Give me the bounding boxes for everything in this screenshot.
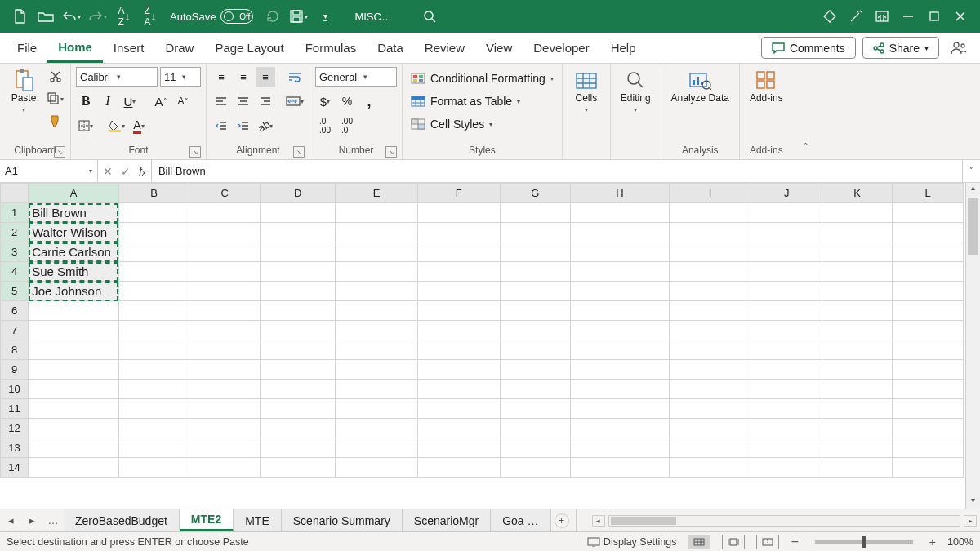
cell[interactable] <box>336 458 418 478</box>
cell[interactable] <box>751 360 822 380</box>
fill-color-icon[interactable]: ▾ <box>107 116 127 136</box>
cell[interactable] <box>669 321 751 340</box>
row-header[interactable]: 4 <box>1 262 29 282</box>
cell[interactable] <box>669 282 751 301</box>
cell[interactable] <box>893 419 964 438</box>
cell-styles-button[interactable]: Cell Styles ▾ <box>408 116 557 132</box>
col-header[interactable]: F <box>417 184 500 203</box>
cell[interactable] <box>571 419 670 438</box>
cell[interactable] <box>189 242 261 262</box>
format-painter-icon[interactable] <box>46 111 65 131</box>
align-bottom-icon[interactable]: ≡ <box>256 67 275 87</box>
row-header[interactable]: 11 <box>1 399 29 419</box>
ribbon-mode-icon[interactable] <box>869 3 895 29</box>
tab-page-layout[interactable]: Page Layout <box>204 33 294 63</box>
format-as-table-button[interactable]: Format as Table ▾ <box>408 93 557 109</box>
grid[interactable]: ABCDEFGHIJKL1Bill Brown2Walter Wilson3Ca… <box>0 183 964 478</box>
cell[interactable] <box>417 301 500 321</box>
tab-data[interactable]: Data <box>367 33 414 63</box>
addins-button[interactable]: Add-ins <box>745 67 788 105</box>
undo-icon[interactable]: ▾ <box>59 3 85 29</box>
cell[interactable] <box>669 399 751 419</box>
cell[interactable] <box>189 458 261 478</box>
cell[interactable] <box>189 360 261 380</box>
sheet-tab[interactable]: MTE2 <box>180 509 234 531</box>
cell[interactable]: Joe Johnson <box>29 282 119 301</box>
tab-developer[interactable]: Developer <box>523 33 599 63</box>
cell[interactable] <box>417 340 500 360</box>
search-icon[interactable] <box>416 3 443 29</box>
cell[interactable] <box>260 419 336 438</box>
cell[interactable] <box>29 340 119 360</box>
cell[interactable] <box>260 242 336 262</box>
sheet-tab[interactable]: ZeroBasedBudget <box>64 509 180 531</box>
cell[interactable] <box>751 399 822 419</box>
cell[interactable] <box>118 301 189 321</box>
normal-view-icon[interactable] <box>688 535 710 549</box>
cell[interactable] <box>571 360 670 380</box>
cell[interactable] <box>118 380 189 399</box>
cell[interactable] <box>29 458 119 478</box>
cell[interactable] <box>260 282 336 301</box>
collapse-ribbon-icon[interactable]: ˄ <box>793 64 819 159</box>
cell[interactable] <box>893 282 964 301</box>
cell[interactable] <box>571 262 670 282</box>
cell[interactable] <box>118 321 189 340</box>
font-name-dropdown[interactable]: Calibri <box>76 67 158 87</box>
cell[interactable] <box>417 380 500 399</box>
merge-icon[interactable]: ▾ <box>285 91 305 111</box>
cell[interactable] <box>893 262 964 282</box>
cell[interactable] <box>822 380 893 399</box>
col-header[interactable]: G <box>500 184 571 203</box>
conditional-formatting-button[interactable]: Conditional Formatting ▾ <box>408 70 557 87</box>
cell[interactable] <box>260 301 336 321</box>
row-header[interactable]: 3 <box>1 242 29 262</box>
cell[interactable] <box>118 399 189 419</box>
cell[interactable] <box>260 321 336 340</box>
comments-button[interactable]: Comments <box>761 37 856 59</box>
cell[interactable] <box>260 399 336 419</box>
cell[interactable] <box>669 380 751 399</box>
save-icon[interactable]: ▾ <box>286 3 312 29</box>
cell[interactable] <box>189 340 261 360</box>
editing-button[interactable]: Editing▾ <box>616 67 656 116</box>
cell[interactable] <box>500 380 571 399</box>
cell[interactable] <box>893 360 964 380</box>
cell[interactable] <box>118 458 189 478</box>
cell[interactable] <box>500 223 571 242</box>
tab-file[interactable]: File <box>7 33 47 63</box>
col-header[interactable]: I <box>669 184 751 203</box>
cell[interactable] <box>189 223 261 242</box>
cell[interactable] <box>500 203 571 223</box>
cell[interactable] <box>417 203 500 223</box>
cell[interactable] <box>336 340 418 360</box>
inc-indent-icon[interactable] <box>234 116 253 136</box>
row-header[interactable]: 6 <box>1 301 29 321</box>
cell[interactable]: Bill Brown <box>29 203 119 223</box>
cell[interactable] <box>417 282 500 301</box>
cell[interactable] <box>571 321 670 340</box>
cell[interactable] <box>336 419 418 438</box>
zoom-out-icon[interactable]: − <box>791 535 798 549</box>
cell[interactable] <box>118 419 189 438</box>
cell[interactable] <box>500 399 571 419</box>
orientation-icon[interactable]: ab▾ <box>256 116 275 136</box>
col-header[interactable]: B <box>118 184 189 203</box>
row-header[interactable]: 7 <box>1 321 29 340</box>
cell[interactable] <box>669 203 751 223</box>
currency-icon[interactable]: $▾ <box>315 91 335 111</box>
cell[interactable] <box>893 458 964 478</box>
fx-icon[interactable]: fx <box>139 165 146 178</box>
cell[interactable] <box>189 419 261 438</box>
pagebreak-view-icon[interactable] <box>756 535 779 549</box>
cell[interactable] <box>417 399 500 419</box>
cell[interactable] <box>417 321 500 340</box>
cell[interactable] <box>189 262 261 282</box>
cell[interactable] <box>500 321 571 340</box>
cell[interactable] <box>571 301 670 321</box>
cell[interactable] <box>571 340 670 360</box>
cell[interactable] <box>893 380 964 399</box>
enter-formula-icon[interactable]: ✓ <box>121 165 131 178</box>
cell[interactable] <box>118 360 189 380</box>
align-middle-icon[interactable]: ≡ <box>234 67 253 87</box>
